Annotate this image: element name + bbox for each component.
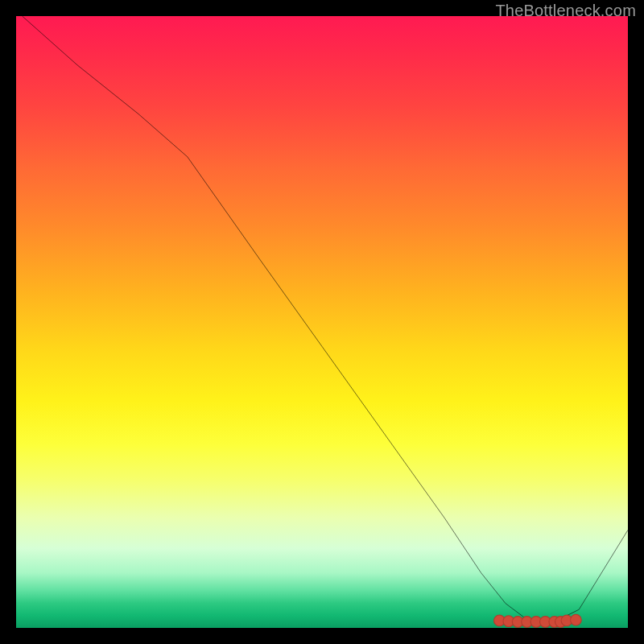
plot-area [16, 16, 628, 628]
series-curve [23, 16, 628, 621]
chart-frame: TheBottleneck.com [0, 0, 644, 644]
optimal-band-markers [494, 614, 582, 627]
watermark-text: TheBottleneck.com [495, 2, 636, 20]
chart-svg [16, 16, 628, 628]
